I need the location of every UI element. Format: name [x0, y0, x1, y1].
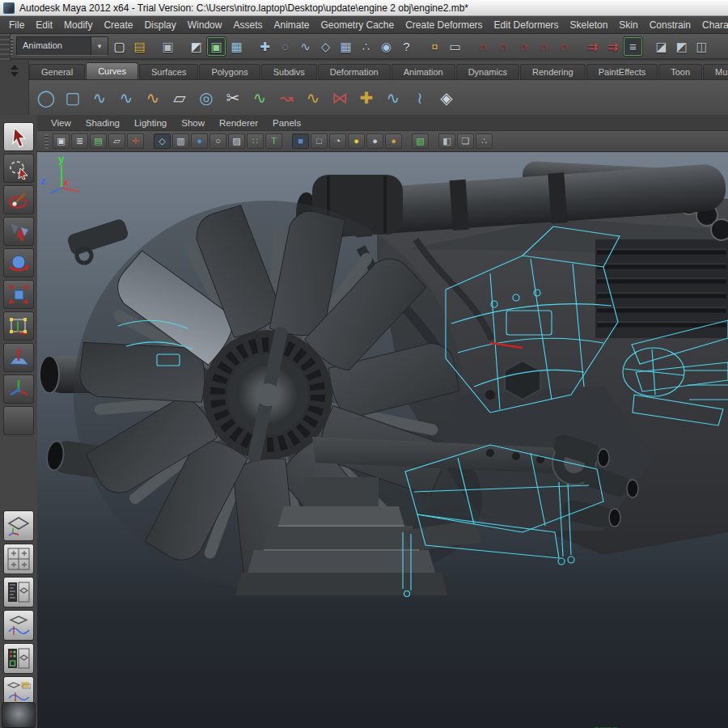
curve-editing-tool-icon[interactable]: ◈: [434, 86, 459, 110]
connections-icon[interactable]: ∴: [476, 133, 493, 149]
flat-shade-icon[interactable]: ○: [210, 133, 226, 149]
shelf-tab-down-icon[interactable]: [11, 72, 19, 77]
shelf-tab-subdivs[interactable]: Subdivs: [261, 64, 317, 79]
shelf-tab-rendering[interactable]: Rendering: [520, 64, 586, 79]
shelf-tab-general[interactable]: General: [29, 64, 85, 79]
pan-zoom-icon[interactable]: ✛: [127, 133, 144, 149]
insert-knot-icon[interactable]: ∿: [248, 86, 272, 110]
image-plane-icon[interactable]: ▱: [108, 133, 125, 149]
menu-create[interactable]: Create: [98, 16, 138, 34]
shelf-tab-deformation[interactable]: Deformation: [318, 64, 391, 79]
light-yellow-icon[interactable]: ●: [348, 133, 365, 149]
shelf-tab-surfaces[interactable]: Surfaces: [139, 64, 198, 79]
menuset-dropdown[interactable]: Animation ▼: [16, 36, 108, 56]
save-scene-icon[interactable]: ▣: [158, 36, 178, 57]
menu-edit-deformers[interactable]: Edit Deformers: [489, 16, 565, 34]
open-scene-icon[interactable]: ▤: [129, 36, 150, 57]
universal-manipulator-tool[interactable]: [3, 311, 34, 341]
persp-graph-layout[interactable]: [3, 610, 34, 641]
menu-assets[interactable]: Assets: [227, 16, 268, 34]
shelf-tab-polygons[interactable]: Polygons: [199, 64, 260, 79]
single-pane-layout[interactable]: [3, 510, 34, 541]
select-camera-icon[interactable]: ▣: [53, 133, 70, 149]
panel-menu-lighting[interactable]: Lighting: [127, 118, 174, 128]
lighting-mode-icon[interactable]: ∷: [247, 133, 264, 149]
xray-mode-icon[interactable]: ▨: [228, 133, 245, 149]
shelf-tab-painteffects[interactable]: PaintEffects: [586, 64, 658, 79]
menu-character[interactable]: Character: [696, 16, 728, 34]
menu-skin[interactable]: Skin: [613, 16, 643, 34]
panel-menu-renderer[interactable]: Renderer: [212, 118, 265, 128]
detach-curves-icon[interactable]: ⋈: [328, 86, 352, 110]
bezier-curve-tool-icon[interactable]: ▱: [167, 86, 192, 110]
menu-display[interactable]: Display: [138, 16, 181, 34]
input-connections-icon[interactable]: ⇉: [582, 36, 603, 57]
panel-menu-panels[interactable]: Panels: [265, 118, 308, 128]
cv-curve-tool-icon[interactable]: ∿: [87, 86, 112, 110]
menu-window[interactable]: Window: [182, 16, 228, 34]
menu-animate[interactable]: Animate: [268, 16, 315, 34]
light-gold-icon[interactable]: ●: [385, 133, 402, 149]
rotate-tool[interactable]: [3, 248, 34, 277]
new-scene-icon[interactable]: ▢: [109, 36, 129, 57]
make-live-icon[interactable]: ∩: [554, 36, 574, 57]
mask-lines-icon[interactable]: ∿: [295, 36, 315, 57]
highlight-selection-icon[interactable]: ▭: [445, 36, 465, 57]
select-tool[interactable]: [3, 122, 34, 151]
menu-file[interactable]: File: [3, 16, 30, 34]
cut-curve-icon[interactable]: ✂: [221, 86, 245, 110]
shelf-tab-animation[interactable]: Animation: [392, 64, 455, 79]
rebuild-curve-icon[interactable]: ≀: [408, 86, 432, 110]
panel-menu-view[interactable]: View: [44, 118, 78, 128]
hypershade-persp-layout[interactable]: [3, 643, 34, 674]
output-connections-icon[interactable]: ⇉: [603, 36, 623, 57]
construction-history-icon[interactable]: ≡: [623, 36, 643, 57]
scale-tool[interactable]: [3, 280, 34, 309]
pencil-curve-tool-icon[interactable]: ∿: [141, 86, 165, 110]
menu-create-deformers[interactable]: Create Deformers: [400, 16, 488, 34]
four-pane-layout[interactable]: [3, 544, 34, 574]
isolate-select-icon[interactable]: ▧: [412, 133, 429, 149]
paint-selection-tool[interactable]: [3, 185, 34, 214]
panel-toolbar-grip[interactable]: [44, 134, 49, 149]
texture-mode-icon[interactable]: T: [265, 133, 282, 149]
render-view-icon[interactable]: ◪: [651, 36, 671, 57]
default-material-icon[interactable]: ■: [292, 133, 309, 149]
shelf-tab-curves[interactable]: Curves: [86, 62, 138, 79]
outliner-persp-layout[interactable]: [3, 577, 34, 607]
checker-material-icon[interactable]: ◔: [329, 133, 346, 149]
title-bar[interactable]: Autodesk Maya 2012 x64 - Trial Version: …: [0, 0, 728, 16]
mask-misc-icon[interactable]: ?: [396, 36, 417, 57]
viewport-canvas[interactable]: y x z persp: [37, 152, 728, 728]
menu-constrain[interactable]: Constrain: [644, 16, 696, 34]
show-manipulator-tool[interactable]: [3, 375, 34, 404]
shelf-tab-muscle[interactable]: Muscle: [703, 64, 728, 79]
nurbs-square-icon[interactable]: ▢: [61, 86, 85, 110]
snap-to-points-icon[interactable]: ∩: [514, 36, 534, 57]
mask-points-icon[interactable]: ✚: [255, 36, 275, 57]
light-gray-icon[interactable]: ●: [366, 133, 383, 149]
lasso-tool[interactable]: [3, 154, 34, 183]
camera-attributes-icon[interactable]: ≣: [71, 133, 88, 149]
select-by-object-icon[interactable]: ▣: [206, 36, 226, 57]
offset-curve-icon[interactable]: ◎: [194, 86, 218, 110]
ep-curve-tool-icon[interactable]: ∿: [114, 86, 138, 110]
select-by-hierarchy-icon[interactable]: ◩: [186, 36, 206, 57]
move-tool[interactable]: [3, 217, 34, 246]
nurbs-circle-icon[interactable]: ◯: [34, 86, 58, 110]
attach-curves-icon[interactable]: ∿: [301, 86, 325, 110]
add-points-tool-icon[interactable]: ✚: [354, 86, 379, 110]
snap-to-curves-icon[interactable]: ∩: [493, 36, 514, 57]
menu-modify[interactable]: Modify: [58, 16, 98, 34]
mask-hulls-icon[interactable]: ▦: [336, 36, 356, 57]
snap-to-view-planes-icon[interactable]: ∩: [534, 36, 554, 57]
shelf-tab-toon[interactable]: Toon: [658, 64, 702, 79]
last-tool-used[interactable]: [3, 406, 34, 435]
menu-edit[interactable]: Edit: [30, 16, 58, 34]
shelf-tab-dynamics[interactable]: Dynamics: [456, 64, 519, 79]
panel-menu-show[interactable]: Show: [174, 118, 212, 128]
curve-fillet-icon[interactable]: ∿: [381, 86, 405, 110]
transparency-cube-icon[interactable]: □: [311, 133, 328, 149]
bookmark-icon[interactable]: ▤: [90, 133, 107, 149]
snap-to-grids-icon[interactable]: ∩: [473, 36, 493, 57]
